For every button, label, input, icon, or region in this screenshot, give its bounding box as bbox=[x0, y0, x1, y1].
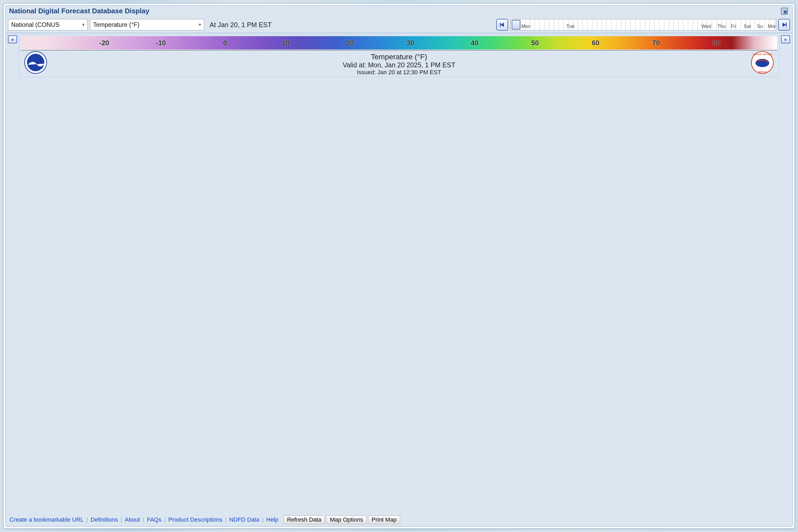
chevron-down-icon: ▾ bbox=[199, 22, 201, 28]
slider-day-label: Fri bbox=[731, 24, 736, 29]
nws-logo-icon: NATIONAL WEATHERSERVICE bbox=[751, 51, 774, 74]
slider-day-label: Sat bbox=[744, 24, 751, 29]
colorbar-tick: 30 bbox=[406, 39, 414, 47]
definitions-link[interactable]: Definitions bbox=[90, 516, 119, 523]
colorbar-tick: -20 bbox=[99, 39, 109, 47]
slider-day-label: Wed bbox=[701, 24, 711, 29]
colorbar-tick: 40 bbox=[471, 39, 478, 47]
colorbar-tick: 80 bbox=[712, 39, 720, 47]
step-back-button[interactable] bbox=[496, 19, 508, 31]
expand-right-panel-button[interactable]: « bbox=[781, 35, 790, 43]
region-select[interactable]: National (CONUS ▾ bbox=[8, 19, 88, 31]
colorbar-tick: 0 bbox=[223, 39, 227, 47]
map-options-button[interactable]: Map Options bbox=[326, 515, 366, 524]
product-descriptions-link[interactable]: Product Descriptions bbox=[167, 516, 224, 523]
slider-day-label: Mon bbox=[768, 24, 776, 29]
colorbar-tick: 50 bbox=[531, 39, 539, 47]
slider-day-label: Mon bbox=[521, 24, 531, 29]
colorbar-tick: 70 bbox=[652, 39, 660, 47]
help-link[interactable]: Help bbox=[265, 516, 279, 523]
caption-valid-time: Valid at: Mon, Jan 20 2025, 1 PM EST bbox=[19, 61, 779, 69]
field-select[interactable]: Temperature (°F) ▾ bbox=[90, 19, 204, 31]
time-slider[interactable]: MonTueWedThuFriSatSuMon bbox=[510, 19, 776, 31]
chevron-down-icon: ▾ bbox=[82, 22, 84, 28]
slider-thumb[interactable] bbox=[512, 20, 520, 30]
bookmark-link[interactable]: Create a bookmarkable URL bbox=[8, 516, 85, 523]
colorbar-tick: 60 bbox=[592, 39, 599, 47]
svg-text:SERVICE: SERVICE bbox=[758, 71, 767, 73]
region-select-value: National (CONUS bbox=[11, 21, 60, 28]
print-map-button[interactable]: Print Map bbox=[368, 515, 400, 524]
svg-text:NATIONAL WEATHER: NATIONAL WEATHER bbox=[753, 54, 772, 55]
toolbar: National (CONUS ▾ Temperature (°F) ▾ At … bbox=[6, 18, 792, 33]
svg-rect-1 bbox=[500, 23, 500, 27]
step-forward-button[interactable] bbox=[778, 19, 790, 31]
caption-issued-time: Issued: Jan 20 at 12:30 PM EST bbox=[19, 69, 779, 76]
field-select-value: Temperature (°F) bbox=[93, 21, 139, 28]
caption-variable: Temperature (°F) bbox=[19, 53, 779, 61]
footer-linkbar: Create a bookmarkable URL| Definitions| … bbox=[6, 514, 792, 526]
svg-rect-3 bbox=[786, 23, 786, 27]
svg-text:NOAA: NOAA bbox=[32, 54, 39, 57]
valid-time-label: At Jan 20, 1 PM EST bbox=[210, 21, 271, 29]
about-link[interactable]: About bbox=[124, 516, 141, 523]
noaa-logo-icon: NOAA bbox=[24, 51, 47, 74]
ndfd-data-link[interactable]: NDFD Data bbox=[228, 516, 261, 523]
refresh-data-button[interactable]: Refresh Data bbox=[284, 515, 325, 524]
colorbar-tick: -10 bbox=[156, 39, 166, 47]
colorbar-tick: 20 bbox=[346, 39, 354, 47]
map-caption: NOAA NATIONAL WEATHERSERVICE Temperature… bbox=[19, 51, 779, 77]
faqs-link[interactable]: FAQs bbox=[146, 516, 163, 523]
expand-left-panel-button[interactable]: » bbox=[8, 35, 17, 43]
map-area: -20-1001020304050607080 bbox=[19, 35, 779, 77]
colorbar-tick: 10 bbox=[282, 39, 289, 47]
slider-day-label: Tue bbox=[566, 24, 574, 29]
temperature-colorbar: -20-1001020304050607080 bbox=[21, 36, 777, 50]
svg-marker-0 bbox=[500, 23, 504, 27]
svg-marker-2 bbox=[783, 23, 786, 27]
app-title: National Digital Forecast Database Displ… bbox=[9, 7, 149, 15]
restore-window-icon[interactable] bbox=[781, 8, 788, 15]
slider-day-label: Su bbox=[757, 24, 763, 29]
slider-day-label: Thu bbox=[717, 24, 726, 29]
